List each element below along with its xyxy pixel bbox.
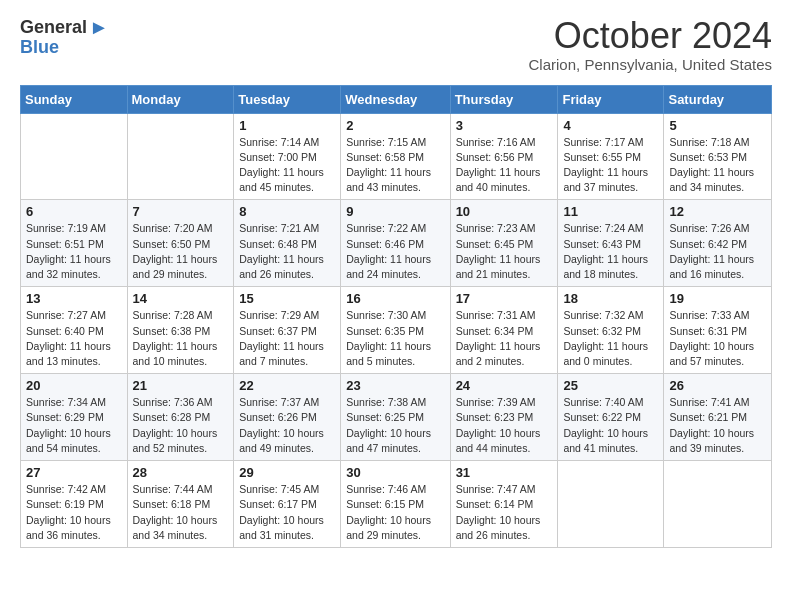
day-number: 14	[133, 291, 229, 306]
weekday-header-thursday: Thursday	[450, 85, 558, 113]
calendar-week-2: 13Sunrise: 7:27 AM Sunset: 6:40 PM Dayli…	[21, 287, 772, 374]
calendar-cell: 10Sunrise: 7:23 AM Sunset: 6:45 PM Dayli…	[450, 200, 558, 287]
calendar-week-0: 1Sunrise: 7:14 AM Sunset: 7:00 PM Daylig…	[21, 113, 772, 200]
day-number: 29	[239, 465, 335, 480]
day-number: 30	[346, 465, 444, 480]
calendar-cell: 27Sunrise: 7:42 AM Sunset: 6:19 PM Dayli…	[21, 461, 128, 548]
day-number: 23	[346, 378, 444, 393]
day-detail: Sunrise: 7:38 AM Sunset: 6:25 PM Dayligh…	[346, 395, 444, 456]
day-detail: Sunrise: 7:21 AM Sunset: 6:48 PM Dayligh…	[239, 221, 335, 282]
calendar-cell: 30Sunrise: 7:46 AM Sunset: 6:15 PM Dayli…	[341, 461, 450, 548]
day-detail: Sunrise: 7:42 AM Sunset: 6:19 PM Dayligh…	[26, 482, 122, 543]
day-detail: Sunrise: 7:20 AM Sunset: 6:50 PM Dayligh…	[133, 221, 229, 282]
calendar-cell: 12Sunrise: 7:26 AM Sunset: 6:42 PM Dayli…	[664, 200, 772, 287]
calendar-header-row: SundayMondayTuesdayWednesdayThursdayFrid…	[21, 85, 772, 113]
weekday-header-sunday: Sunday	[21, 85, 128, 113]
day-detail: Sunrise: 7:27 AM Sunset: 6:40 PM Dayligh…	[26, 308, 122, 369]
calendar-cell: 4Sunrise: 7:17 AM Sunset: 6:55 PM Daylig…	[558, 113, 664, 200]
day-detail: Sunrise: 7:28 AM Sunset: 6:38 PM Dayligh…	[133, 308, 229, 369]
logo-general: General	[20, 17, 87, 38]
day-detail: Sunrise: 7:19 AM Sunset: 6:51 PM Dayligh…	[26, 221, 122, 282]
weekday-header-monday: Monday	[127, 85, 234, 113]
day-number: 1	[239, 118, 335, 133]
weekday-header-wednesday: Wednesday	[341, 85, 450, 113]
day-detail: Sunrise: 7:31 AM Sunset: 6:34 PM Dayligh…	[456, 308, 553, 369]
day-detail: Sunrise: 7:16 AM Sunset: 6:56 PM Dayligh…	[456, 135, 553, 196]
month-title: October 2024	[529, 16, 772, 56]
calendar-cell: 23Sunrise: 7:38 AM Sunset: 6:25 PM Dayli…	[341, 374, 450, 461]
calendar-cell	[21, 113, 128, 200]
day-detail: Sunrise: 7:26 AM Sunset: 6:42 PM Dayligh…	[669, 221, 766, 282]
day-number: 13	[26, 291, 122, 306]
calendar-cell: 16Sunrise: 7:30 AM Sunset: 6:35 PM Dayli…	[341, 287, 450, 374]
day-detail: Sunrise: 7:15 AM Sunset: 6:58 PM Dayligh…	[346, 135, 444, 196]
day-detail: Sunrise: 7:34 AM Sunset: 6:29 PM Dayligh…	[26, 395, 122, 456]
day-detail: Sunrise: 7:46 AM Sunset: 6:15 PM Dayligh…	[346, 482, 444, 543]
day-number: 22	[239, 378, 335, 393]
day-number: 4	[563, 118, 658, 133]
calendar-week-4: 27Sunrise: 7:42 AM Sunset: 6:19 PM Dayli…	[21, 461, 772, 548]
calendar-cell: 18Sunrise: 7:32 AM Sunset: 6:32 PM Dayli…	[558, 287, 664, 374]
day-detail: Sunrise: 7:23 AM Sunset: 6:45 PM Dayligh…	[456, 221, 553, 282]
calendar-cell: 19Sunrise: 7:33 AM Sunset: 6:31 PM Dayli…	[664, 287, 772, 374]
calendar-cell: 3Sunrise: 7:16 AM Sunset: 6:56 PM Daylig…	[450, 113, 558, 200]
calendar-cell: 1Sunrise: 7:14 AM Sunset: 7:00 PM Daylig…	[234, 113, 341, 200]
calendar-week-3: 20Sunrise: 7:34 AM Sunset: 6:29 PM Dayli…	[21, 374, 772, 461]
day-number: 7	[133, 204, 229, 219]
calendar-cell: 5Sunrise: 7:18 AM Sunset: 6:53 PM Daylig…	[664, 113, 772, 200]
day-detail: Sunrise: 7:39 AM Sunset: 6:23 PM Dayligh…	[456, 395, 553, 456]
day-number: 26	[669, 378, 766, 393]
day-number: 11	[563, 204, 658, 219]
day-detail: Sunrise: 7:40 AM Sunset: 6:22 PM Dayligh…	[563, 395, 658, 456]
calendar-cell: 14Sunrise: 7:28 AM Sunset: 6:38 PM Dayli…	[127, 287, 234, 374]
calendar-cell: 15Sunrise: 7:29 AM Sunset: 6:37 PM Dayli…	[234, 287, 341, 374]
calendar-cell	[127, 113, 234, 200]
calendar-cell: 6Sunrise: 7:19 AM Sunset: 6:51 PM Daylig…	[21, 200, 128, 287]
calendar-cell: 11Sunrise: 7:24 AM Sunset: 6:43 PM Dayli…	[558, 200, 664, 287]
calendar-cell: 13Sunrise: 7:27 AM Sunset: 6:40 PM Dayli…	[21, 287, 128, 374]
calendar-cell: 21Sunrise: 7:36 AM Sunset: 6:28 PM Dayli…	[127, 374, 234, 461]
day-detail: Sunrise: 7:18 AM Sunset: 6:53 PM Dayligh…	[669, 135, 766, 196]
page-header: General ► Blue October 2024 Clarion, Pen…	[20, 16, 772, 73]
calendar-cell: 29Sunrise: 7:45 AM Sunset: 6:17 PM Dayli…	[234, 461, 341, 548]
day-number: 19	[669, 291, 766, 306]
day-number: 6	[26, 204, 122, 219]
weekday-header-tuesday: Tuesday	[234, 85, 341, 113]
day-number: 24	[456, 378, 553, 393]
day-detail: Sunrise: 7:36 AM Sunset: 6:28 PM Dayligh…	[133, 395, 229, 456]
day-number: 20	[26, 378, 122, 393]
calendar-cell: 25Sunrise: 7:40 AM Sunset: 6:22 PM Dayli…	[558, 374, 664, 461]
day-number: 28	[133, 465, 229, 480]
day-number: 21	[133, 378, 229, 393]
day-number: 25	[563, 378, 658, 393]
calendar-cell: 17Sunrise: 7:31 AM Sunset: 6:34 PM Dayli…	[450, 287, 558, 374]
day-number: 17	[456, 291, 553, 306]
day-number: 12	[669, 204, 766, 219]
day-detail: Sunrise: 7:24 AM Sunset: 6:43 PM Dayligh…	[563, 221, 658, 282]
weekday-header-saturday: Saturday	[664, 85, 772, 113]
day-number: 16	[346, 291, 444, 306]
day-detail: Sunrise: 7:22 AM Sunset: 6:46 PM Dayligh…	[346, 221, 444, 282]
location-title: Clarion, Pennsylvania, United States	[529, 56, 772, 73]
day-detail: Sunrise: 7:30 AM Sunset: 6:35 PM Dayligh…	[346, 308, 444, 369]
logo-blue: Blue	[20, 37, 59, 58]
day-detail: Sunrise: 7:33 AM Sunset: 6:31 PM Dayligh…	[669, 308, 766, 369]
day-detail: Sunrise: 7:45 AM Sunset: 6:17 PM Dayligh…	[239, 482, 335, 543]
day-detail: Sunrise: 7:32 AM Sunset: 6:32 PM Dayligh…	[563, 308, 658, 369]
day-number: 10	[456, 204, 553, 219]
title-block: October 2024 Clarion, Pennsylvania, Unit…	[529, 16, 772, 73]
calendar-cell: 2Sunrise: 7:15 AM Sunset: 6:58 PM Daylig…	[341, 113, 450, 200]
calendar-cell: 9Sunrise: 7:22 AM Sunset: 6:46 PM Daylig…	[341, 200, 450, 287]
calendar-cell: 22Sunrise: 7:37 AM Sunset: 6:26 PM Dayli…	[234, 374, 341, 461]
day-number: 3	[456, 118, 553, 133]
calendar-cell	[558, 461, 664, 548]
day-number: 31	[456, 465, 553, 480]
day-number: 27	[26, 465, 122, 480]
day-detail: Sunrise: 7:41 AM Sunset: 6:21 PM Dayligh…	[669, 395, 766, 456]
calendar-cell: 28Sunrise: 7:44 AM Sunset: 6:18 PM Dayli…	[127, 461, 234, 548]
day-number: 5	[669, 118, 766, 133]
calendar-cell: 26Sunrise: 7:41 AM Sunset: 6:21 PM Dayli…	[664, 374, 772, 461]
day-number: 15	[239, 291, 335, 306]
day-number: 8	[239, 204, 335, 219]
day-number: 18	[563, 291, 658, 306]
